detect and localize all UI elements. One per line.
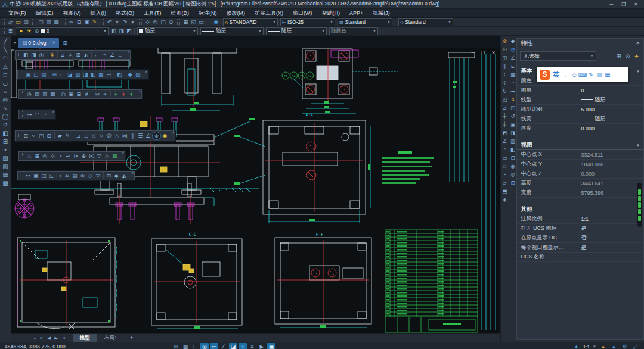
angular-dimension-icon[interactable]: ∠ bbox=[509, 54, 516, 61]
anno-2-icon[interactable]: ▣ bbox=[32, 172, 40, 179]
sheet-2-icon[interactable]: ▥ bbox=[41, 91, 49, 98]
anno-4-icon[interactable]: ◺ bbox=[48, 172, 55, 179]
menu-view[interactable]: 视图(V) bbox=[58, 10, 86, 17]
sym-1-icon[interactable]: ⊐ bbox=[75, 132, 82, 139]
floating-toolbar-7[interactable]: ⊷▣◫◺⊸≋▤⊕◇▽⊞◆◭x bbox=[17, 171, 135, 180]
annotation-scale-value[interactable]: 1:1 bbox=[583, 344, 590, 349]
grid-icon[interactable]: ⊞ bbox=[172, 343, 180, 349]
pair-1-icon[interactable]: ∺ bbox=[94, 91, 101, 98]
drawing-canvas[interactable]: .w{stroke:#dde3e9;fill:none}.c{stroke:#2… bbox=[11, 48, 500, 333]
floating-toolbar-6[interactable]: ◬⊞◎⊹◔⊸⊳⊕⋉▽△▦x bbox=[18, 151, 125, 161]
offset-icon[interactable]: ∥ bbox=[501, 63, 508, 70]
otrack-icon[interactable]: ⊹ bbox=[239, 343, 247, 349]
anno-8-icon[interactable]: ⊕ bbox=[79, 172, 86, 179]
workspace-icon[interactable]: ▲ bbox=[610, 343, 618, 349]
vp-2-icon[interactable]: ◫ bbox=[32, 71, 40, 78]
center-mark-round-icon[interactable]: ⊕ bbox=[152, 132, 161, 140]
selection-dropdown[interactable]: 无选择 ▼ bbox=[520, 51, 596, 61]
undo-dropdown-icon[interactable]: ▾ bbox=[113, 18, 121, 26]
corner-2-icon[interactable]: ¬ bbox=[101, 51, 109, 58]
align-icon[interactable]: ▱ bbox=[501, 179, 508, 186]
stretch-icon[interactable]: ⊿ bbox=[501, 104, 508, 111]
ime-language-indicator[interactable]: 英 bbox=[553, 70, 559, 79]
arc-3point-icon[interactable]: ◡ bbox=[1, 79, 10, 88]
floating-toolbar-5[interactable]: ⊡⁘◰⊞▰✎⊐⊥◇○∅△⋈∥☰∠⊕◉x bbox=[15, 130, 175, 141]
dynamic-input-icon[interactable]: ▭ bbox=[210, 343, 218, 349]
region-icon[interactable]: ▧ bbox=[1, 163, 10, 171]
property-row[interactable]: 图层0 bbox=[517, 86, 643, 95]
scale-icon[interactable]: ◰ bbox=[501, 96, 508, 103]
close-button[interactable]: ✕ bbox=[634, 2, 638, 7]
construction-line-icon[interactable]: ╲ bbox=[1, 46, 10, 54]
select-objects-icon[interactable]: ⊙ bbox=[624, 52, 631, 60]
toolbar-close-icon[interactable]: x bbox=[128, 50, 129, 54]
toolbar-close-icon[interactable]: x bbox=[145, 70, 147, 73]
insert-block-icon[interactable]: ⊞ bbox=[1, 138, 10, 146]
sym-5-icon[interactable]: ∅ bbox=[106, 132, 113, 139]
menu-tools[interactable]: 工具(T) bbox=[139, 10, 166, 17]
doc-minimize-button[interactable]: ─ bbox=[471, 50, 474, 55]
dim-tool-1-icon[interactable]: ⊿ bbox=[59, 51, 67, 58]
view-2-icon[interactable]: ▣ bbox=[67, 91, 75, 98]
extend-icon[interactable]: ╪ bbox=[501, 121, 508, 128]
zoom-realtime-icon[interactable]: ◎ bbox=[151, 18, 159, 26]
tab-menu-icon[interactable]: ▴ bbox=[32, 334, 38, 342]
vp-9-icon[interactable]: ◧ bbox=[89, 71, 97, 78]
status-monitor-icon[interactable]: ▣ bbox=[267, 343, 275, 349]
doc-restore-button[interactable]: ❐ bbox=[481, 50, 485, 55]
copy-object-icon[interactable]: ⊡ bbox=[501, 46, 508, 53]
property-row[interactable]: 厚度0.000 bbox=[517, 124, 643, 133]
table-style-dropdown[interactable]: ▦Standard▼ bbox=[338, 18, 392, 26]
sym-10-icon[interactable]: ∠ bbox=[144, 132, 152, 139]
dim-tool-3-icon[interactable]: ⊞ bbox=[75, 51, 82, 58]
erase-icon[interactable]: ⊘ bbox=[501, 38, 508, 45]
fillet-icon[interactable]: ◝ bbox=[501, 146, 508, 153]
menu-format[interactable]: 格式(O) bbox=[111, 10, 139, 17]
snap-icon[interactable]: ▦ bbox=[181, 343, 190, 349]
anno-12-icon[interactable]: ◆ bbox=[113, 172, 120, 179]
lineweight-dropdown[interactable]: 随层▼ bbox=[266, 27, 327, 35]
sym-3-icon[interactable]: ◇ bbox=[90, 132, 98, 139]
viewports-icon[interactable]: ⊞ bbox=[182, 18, 190, 26]
section-collapse-icon[interactable]: ▼ bbox=[636, 70, 640, 73]
quick-tool-icon[interactable]: ↯ bbox=[48, 51, 56, 58]
dimension-style-icon[interactable]: ◉ bbox=[509, 163, 516, 170]
new-icon[interactable]: ▱ bbox=[7, 18, 14, 26]
text-style-dropdown[interactable]: ASTANDARD▼ bbox=[223, 18, 278, 26]
grip-tool-3-icon[interactable]: ◔ bbox=[41, 111, 49, 118]
toolbar-close-icon[interactable]: x bbox=[172, 130, 174, 134]
view-3-icon[interactable]: ⊟ bbox=[75, 91, 83, 98]
maximize-button[interactable]: ❐ bbox=[621, 2, 626, 7]
corner-1-icon[interactable]: ⌐ bbox=[93, 51, 101, 58]
section-collapse-icon[interactable]: ▼ bbox=[636, 144, 640, 147]
join-icon[interactable]: □ bbox=[501, 163, 508, 170]
sym-8-icon[interactable]: ∥ bbox=[129, 132, 137, 139]
pair-2-icon[interactable]: ∻ bbox=[101, 91, 109, 98]
linetype-dropdown[interactable]: 随层▼ bbox=[200, 27, 264, 35]
last-tab-icon[interactable]: ⇥ bbox=[60, 334, 67, 342]
image-tool-icon[interactable]: ◨ bbox=[30, 51, 38, 58]
prev-tab-icon[interactable]: ◀ bbox=[46, 334, 52, 342]
arc-icon[interactable]: ◠ bbox=[1, 54, 10, 63]
floating-toolbar-1[interactable]: ◧◨◎↯⊿◬⊞◭⌐¬∠∟x bbox=[15, 50, 131, 60]
grip-tool-1-icon[interactable]: ⊶ bbox=[26, 111, 33, 118]
menu-dimension[interactable]: 标注(N) bbox=[194, 10, 222, 17]
polygon-icon[interactable]: △ bbox=[1, 63, 10, 71]
trim-icon[interactable]: ┼ bbox=[501, 113, 508, 120]
rectangle-icon[interactable]: □ bbox=[1, 71, 10, 79]
floating-toolbar-4[interactable]: ⊶◠◔x bbox=[18, 110, 55, 119]
vp-10-icon[interactable]: ▦ bbox=[97, 71, 105, 78]
sogou-logo-icon[interactable]: S bbox=[540, 70, 550, 80]
copy-icon[interactable]: ⊡ bbox=[75, 18, 83, 26]
view-1-icon[interactable]: ◎ bbox=[60, 91, 67, 98]
tolerance-icon[interactable]: ▣ bbox=[509, 121, 516, 128]
break-icon[interactable]: ◩ bbox=[501, 129, 508, 136]
center-mark-icon[interactable]: ◨ bbox=[509, 129, 516, 136]
ime-toolbox-icon[interactable]: ▥ bbox=[595, 71, 603, 79]
annotation-autoscale-icon[interactable]: ▲ bbox=[599, 343, 607, 349]
array-icon[interactable]: ⁘ bbox=[501, 71, 508, 78]
spline-icon[interactable]: ∿ bbox=[1, 104, 10, 113]
anno-11-icon[interactable]: ⊞ bbox=[105, 172, 113, 179]
sheet-3-icon[interactable]: ▦ bbox=[49, 91, 57, 98]
palette-scroll-indicator[interactable] bbox=[637, 183, 642, 227]
